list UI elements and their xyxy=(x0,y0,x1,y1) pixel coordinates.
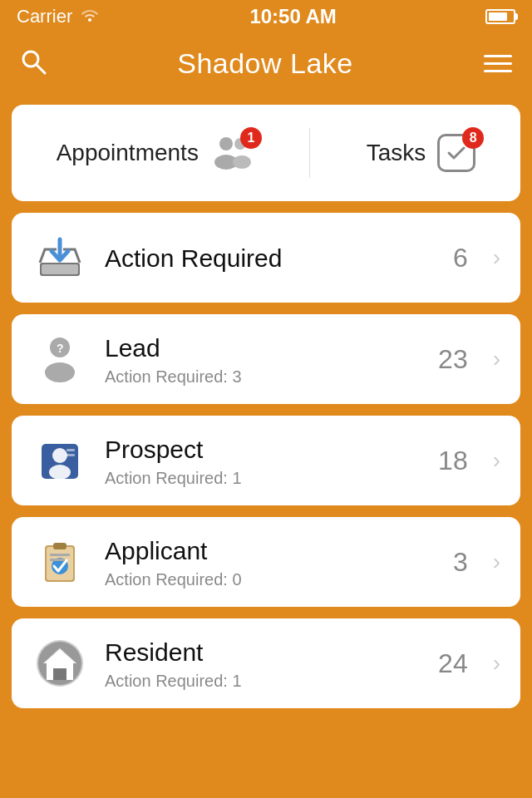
svg-point-11 xyxy=(45,362,75,382)
main-content: Appointments 1 Tasks xyxy=(0,93,532,720)
vertical-divider xyxy=(309,128,310,178)
tasks-icon-wrap: 8 xyxy=(437,134,475,172)
svg-point-13 xyxy=(52,448,67,463)
appointments-tasks-card: Appointments 1 Tasks xyxy=(12,105,520,201)
svg-rect-15 xyxy=(66,449,75,451)
lead-chevron: › xyxy=(493,346,500,372)
svg-point-2 xyxy=(219,137,233,150)
applicant-card[interactable]: Applicant Action Required: 0 3 › xyxy=(12,517,520,607)
action-required-title: Action Required xyxy=(105,242,418,274)
lead-subtitle: Action Required: 3 xyxy=(105,367,418,387)
prospect-svg xyxy=(35,436,85,485)
tasks-badge: 8 xyxy=(462,127,484,149)
status-bar: Carrier 10:50 AM xyxy=(0,0,532,33)
lead-icon: ? xyxy=(32,331,88,387)
menu-line-2 xyxy=(484,62,512,65)
lead-text: Lead Action Required: 3 xyxy=(105,332,418,387)
tasks-item[interactable]: Tasks 8 xyxy=(367,134,476,172)
prospect-count: 18 xyxy=(435,446,468,476)
action-required-text: Action Required xyxy=(105,242,418,274)
menu-line-3 xyxy=(484,70,512,72)
appointments-badge: 1 xyxy=(240,127,262,149)
resident-count: 24 xyxy=(435,648,468,679)
svg-line-1 xyxy=(37,65,45,73)
resident-subtitle: Action Required: 1 xyxy=(105,672,418,691)
resident-svg xyxy=(35,638,85,688)
applicant-text: Applicant Action Required: 0 xyxy=(105,534,418,589)
resident-title: Resident xyxy=(105,636,418,668)
resident-card[interactable]: Resident Action Required: 1 24 › xyxy=(12,618,520,708)
prospect-card[interactable]: Prospect Action Required: 1 18 › xyxy=(12,416,520,505)
resident-icon xyxy=(32,635,88,692)
svg-rect-7 xyxy=(42,264,78,274)
menu-button[interactable] xyxy=(484,55,512,72)
applicant-count: 3 xyxy=(435,547,468,578)
prospect-chevron: › xyxy=(493,447,500,474)
svg-point-14 xyxy=(49,465,71,480)
appointments-item[interactable]: Appointments 1 xyxy=(57,134,254,172)
nav-bar: Shadow Lake xyxy=(0,33,532,93)
prospect-title: Prospect xyxy=(105,433,418,466)
svg-rect-16 xyxy=(66,454,75,456)
action-required-svg xyxy=(35,233,85,283)
tasks-label: Tasks xyxy=(367,140,426,166)
resident-text: Resident Action Required: 1 xyxy=(105,636,418,691)
svg-text:?: ? xyxy=(57,342,64,355)
appointments-icon-wrap: 1 xyxy=(210,134,254,172)
applicant-svg xyxy=(35,537,85,587)
battery-icon xyxy=(485,9,515,24)
lead-title: Lead xyxy=(105,332,418,364)
svg-rect-19 xyxy=(53,543,66,549)
action-required-chevron: › xyxy=(493,244,500,271)
prospect-icon xyxy=(32,432,88,489)
lead-svg: ? xyxy=(35,334,85,384)
appointments-label: Appointments xyxy=(57,140,199,166)
resident-chevron: › xyxy=(493,650,500,677)
applicant-title: Applicant xyxy=(105,534,418,567)
menu-line-1 xyxy=(484,55,512,57)
prospect-subtitle: Action Required: 1 xyxy=(105,469,418,488)
lead-card[interactable]: ? Lead Action Required: 3 23 › xyxy=(12,314,520,404)
lead-count: 23 xyxy=(435,344,468,375)
applicant-subtitle: Action Required: 0 xyxy=(105,570,418,589)
action-required-count: 6 xyxy=(435,243,468,273)
action-required-card[interactable]: Action Required 6 › xyxy=(12,213,520,303)
page-title: Shadow Lake xyxy=(177,47,353,80)
search-button[interactable] xyxy=(20,48,47,78)
svg-point-5 xyxy=(233,155,251,169)
action-required-icon xyxy=(32,229,88,286)
applicant-icon xyxy=(32,534,88,590)
svg-rect-26 xyxy=(53,668,66,680)
svg-rect-21 xyxy=(50,554,70,556)
prospect-text: Prospect Action Required: 1 xyxy=(105,433,418,488)
svg-rect-22 xyxy=(50,559,65,561)
applicant-chevron: › xyxy=(493,549,500,575)
time-display: 10:50 AM xyxy=(249,5,336,28)
carrier-label: Carrier xyxy=(17,6,72,27)
wifi-icon xyxy=(79,6,101,27)
